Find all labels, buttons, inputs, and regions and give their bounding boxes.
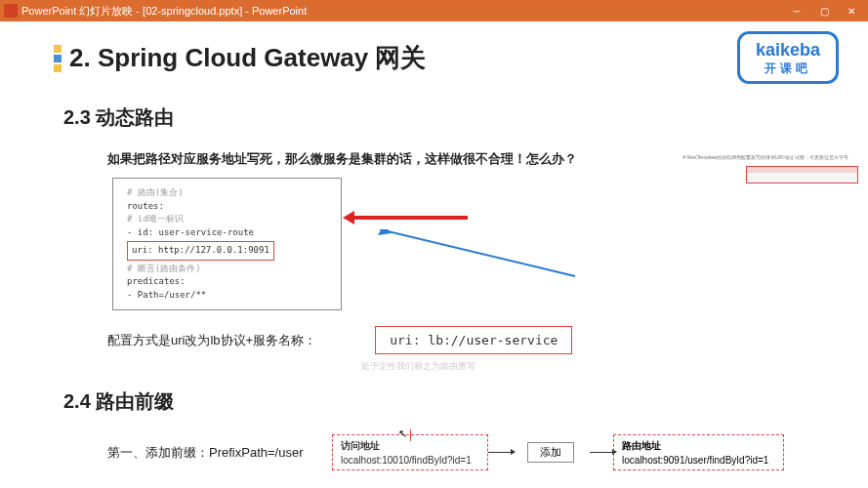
row1-src-box: 访问地址 localhost:10010/findById?id=1 — [332, 434, 488, 470]
section-2-3-title: 2.3 动态路由 — [63, 104, 814, 131]
code-line-3: # id唯一标识 — [127, 213, 327, 226]
code-line-6: predicates: — [127, 275, 327, 289]
code-line-4: - id: user-service-route — [127, 226, 327, 240]
flow-line-icon — [488, 452, 512, 453]
prefix-row-1: 第一、添加前缀：PrefixPath=/user 访问地址 localhost:… — [107, 434, 814, 470]
slide-canvas: kaikeba 开课吧 # RestTemplate的远程调用配置改写的请求UR… — [0, 21, 868, 488]
red-arrow-icon — [351, 213, 477, 223]
titlebar-left: PowerPoint 幻灯片放映 - [02-springcloud.pptx]… — [4, 4, 784, 19]
section-2-3: 2.3 动态路由 如果把路径对应服务地址写死，那么微服务是集群的话，这样做很不合… — [54, 104, 814, 373]
powerpoint-icon — [4, 4, 18, 18]
brand-logo: kaikeba 开课吧 — [737, 31, 839, 84]
faded-text: 处于定性我们称之为路由重写 — [361, 360, 814, 373]
section-2-4-title: 2.4 路由前缀 — [63, 388, 814, 415]
row1-src-title: 访问地址 — [341, 439, 479, 453]
row1-src-url: localhost:10010/findById?id=1 — [341, 455, 479, 466]
config-value-box: uri: lb://user-service — [375, 326, 572, 354]
config-label: 配置方式是uri改为lb协议+服务名称： — [107, 332, 316, 349]
heading-accent-icon — [54, 45, 62, 72]
row1-dst-url: localhost:9091/user/findById?id=1 — [622, 455, 775, 466]
minimize-button[interactable]: ─ — [784, 2, 809, 20]
window-controls: ─ ▢ ✕ — [784, 2, 864, 20]
row1-dst-title: 路由地址 — [622, 439, 775, 453]
window-title: PowerPoint 幻灯片放映 - [02-springcloud.pptx]… — [21, 4, 307, 19]
code-line-2: routes: — [127, 200, 327, 214]
section-2-4: 2.4 路由前缀 第一、添加前缀：PrefixPath=/user 访问地址 l… — [54, 388, 814, 488]
code-line-1: # 路由(集合) — [127, 186, 327, 200]
maximize-button[interactable]: ▢ — [811, 2, 837, 20]
flow-line-icon — [590, 452, 613, 453]
blue-arrow-icon — [370, 229, 565, 278]
row1-dst-box: 路由地址 localhost:9091/user/findById?id=1 — [613, 434, 784, 470]
row1-action-button: 添加 — [527, 442, 574, 463]
window-titlebar: PowerPoint 幻灯片放映 - [02-springcloud.pptx]… — [0, 0, 868, 21]
logo-sub-text: 开课吧 — [756, 61, 820, 77]
slide-heading: 2. Spring Cloud Gateway 网关 — [54, 41, 814, 75]
close-button[interactable]: ✕ — [839, 2, 864, 20]
mini-screenshot — [746, 166, 858, 183]
prefix-row-1-label: 第一、添加前缀：PrefixPath=/user — [107, 444, 332, 462]
mini-caption-label: # RestTemplate的远程调用配置改写的请求URI地址 试图：可更新任意… — [682, 154, 848, 160]
yaml-codebox: # 路由(集合) routes: # id唯一标识 - id: user-ser… — [112, 178, 342, 310]
code-line-7: - Path=/user/** — [127, 289, 327, 303]
heading-text: 2. Spring Cloud Gateway 网关 — [69, 41, 427, 75]
logo-main-text: kaikeba — [756, 40, 820, 61]
config-row: 配置方式是uri改为lb协议+服务名称： uri: lb://user-serv… — [107, 326, 814, 354]
code-line-5: # 断言(路由条件) — [127, 263, 327, 276]
cursor-icon: ↖ — [398, 427, 407, 440]
code-uri-line: uri: http://127.0.0.1:9091 — [127, 241, 274, 261]
